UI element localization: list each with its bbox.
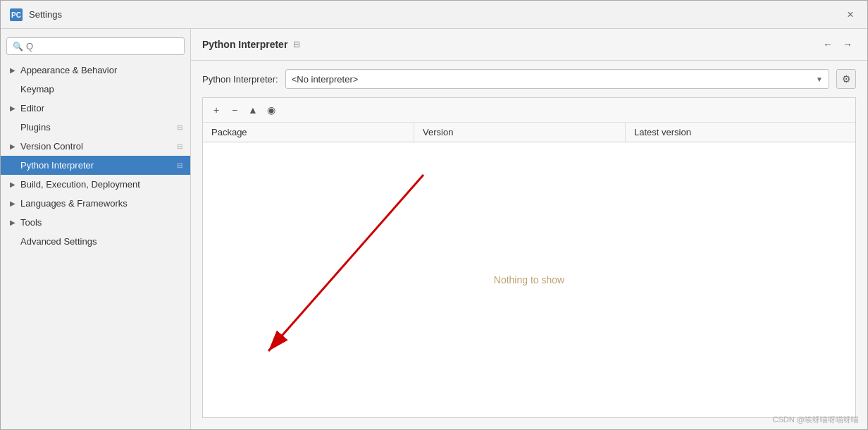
sidebar-item-label: Advanced Settings xyxy=(20,236,185,247)
column-package: Package xyxy=(203,123,414,142)
column-latest-version: Latest version xyxy=(626,123,855,142)
remove-package-button[interactable]: − xyxy=(227,102,242,118)
up-package-button[interactable]: ▲ xyxy=(245,102,261,118)
sidebar-item-plugins[interactable]: Plugins ⊟ xyxy=(1,118,190,137)
sidebar-item-label: Tools xyxy=(20,217,185,228)
column-version: Version xyxy=(414,123,626,142)
sidebar-item-label: Python Interpreter xyxy=(20,160,175,171)
packages-area: + − ▲ ◉ Package Version Latest version xyxy=(202,97,856,418)
interpreter-value: <No interpreter> xyxy=(292,74,816,85)
window-title: Settings xyxy=(29,9,842,20)
show-package-button[interactable]: ◉ xyxy=(264,102,279,118)
sidebar-item-label: Plugins xyxy=(20,122,175,133)
back-button[interactable]: ← xyxy=(819,36,836,53)
navigation-arrows: ← → xyxy=(819,36,856,53)
table-empty-message: Nothing to show xyxy=(203,142,855,417)
sidebar-item-label: Version Control xyxy=(20,141,175,152)
chevron-icon: ▶ xyxy=(8,180,18,190)
pin-icon: ⊟ xyxy=(175,142,185,152)
chevron-icon: ▶ xyxy=(8,199,18,209)
page-title: Python Interpreter xyxy=(202,39,287,50)
svg-text:PC: PC xyxy=(11,11,21,19)
sidebar-item-build-execution[interactable]: ▶ Build, Execution, Deployment xyxy=(1,175,190,194)
settings-window: PC Settings × 🔍 ▶ Appearance & Behavior xyxy=(0,0,868,430)
watermark: CSDN @唉呀喵呀喵呀喵 xyxy=(773,414,859,425)
close-button[interactable]: × xyxy=(842,6,859,23)
interpreter-row: Python Interpreter: <No interpreter> ▼ ⚙ xyxy=(191,61,867,97)
forward-button[interactable]: → xyxy=(839,36,856,53)
pin-icon: ⊟ xyxy=(175,123,185,133)
search-icon: 🔍 xyxy=(13,42,23,51)
pin-icon: ⊟ xyxy=(293,39,300,49)
sidebar-item-label: Editor xyxy=(20,103,185,113)
title-bar: PC Settings × xyxy=(1,1,867,29)
sidebar-item-tools[interactable]: ▶ Tools xyxy=(1,213,190,232)
chevron-icon: ▶ xyxy=(8,218,18,228)
interpreter-settings-button[interactable]: ⚙ xyxy=(836,69,856,89)
sidebar-item-label: Build, Execution, Deployment xyxy=(20,179,185,190)
sidebar-item-keymap[interactable]: Keymap xyxy=(1,80,190,99)
chevron-icon: ▶ xyxy=(8,66,18,75)
chevron-icon: ▶ xyxy=(8,142,18,152)
interpreter-label: Python Interpreter: xyxy=(202,74,278,85)
sidebar-item-label: Languages & Frameworks xyxy=(20,198,185,209)
sidebar-item-appearance[interactable]: ▶ Appearance & Behavior xyxy=(1,61,190,80)
table-header: Package Version Latest version xyxy=(203,123,855,142)
chevron-icon: ▶ xyxy=(8,104,18,113)
packages-toolbar: + − ▲ ◉ xyxy=(203,98,855,123)
app-logo: PC xyxy=(9,8,23,22)
add-package-button[interactable]: + xyxy=(209,102,224,118)
main-panel: Python Interpreter ⊟ ← → Python Interpre… xyxy=(191,29,867,429)
sidebar-item-languages-frameworks[interactable]: ▶ Languages & Frameworks xyxy=(1,194,190,213)
pin-icon: ⊟ xyxy=(175,161,185,171)
sidebar-item-advanced-settings[interactable]: Advanced Settings xyxy=(1,232,190,251)
content-area: 🔍 ▶ Appearance & Behavior Keymap ▶ Edito… xyxy=(1,29,867,429)
sidebar-item-version-control[interactable]: ▶ Version Control ⊟ xyxy=(1,137,190,156)
sidebar-item-label: Keymap xyxy=(20,84,185,94)
interpreter-dropdown[interactable]: <No interpreter> ▼ xyxy=(285,69,829,89)
packages-table: Package Version Latest version Nothing t… xyxy=(203,123,855,417)
sidebar-item-label: Appearance & Behavior xyxy=(20,65,185,75)
search-input[interactable] xyxy=(26,41,178,51)
main-header: Python Interpreter ⊟ ← → xyxy=(191,29,867,61)
packages-container: + − ▲ ◉ Package Version Latest version xyxy=(191,97,867,429)
sidebar: 🔍 ▶ Appearance & Behavior Keymap ▶ Edito… xyxy=(1,29,191,429)
dropdown-arrow-icon: ▼ xyxy=(816,75,823,83)
sidebar-item-python-interpreter[interactable]: Python Interpreter ⊟ xyxy=(1,156,190,175)
sidebar-item-editor[interactable]: ▶ Editor xyxy=(1,99,190,118)
search-box[interactable]: 🔍 xyxy=(6,37,185,55)
